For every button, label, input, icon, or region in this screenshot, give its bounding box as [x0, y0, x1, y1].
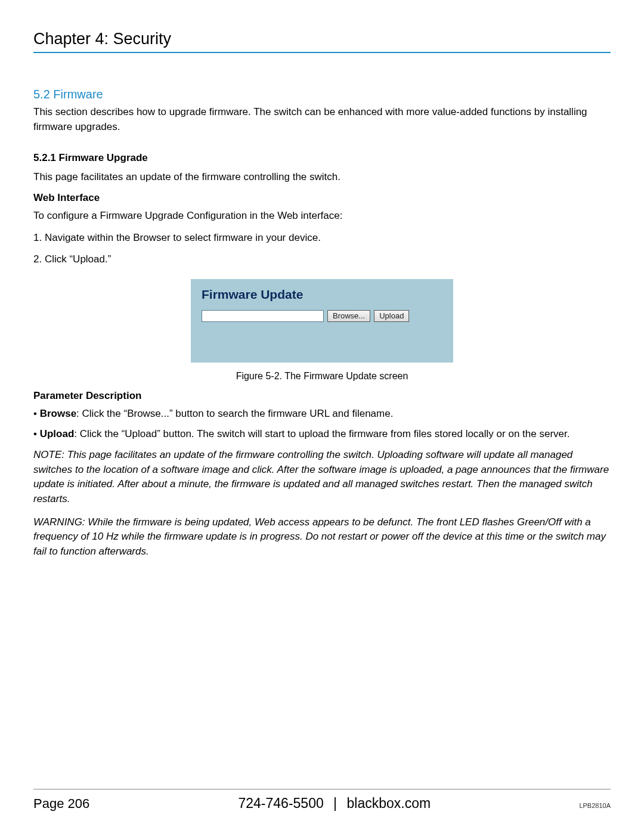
param-upload-label: Upload [40, 428, 75, 439]
web-interface-heading: Web Interface [33, 192, 611, 204]
figure-wrap: Firmware Update Browse... Upload [191, 279, 453, 363]
footer-page-number: Page 206 [33, 796, 89, 812]
param-browse-text: : Click the “Browse...” button to search… [76, 408, 393, 419]
bullet-dot: • [33, 408, 40, 419]
section-heading: 5.2 Firmware [33, 88, 611, 101]
warning-text: WARNING: While the firmware is being upd… [33, 515, 611, 559]
subsection-desc: This page facilitates an update of the f… [33, 170, 611, 185]
chapter-title: Chapter 4: Security [33, 30, 611, 53]
footer-model: LPB2810A [579, 802, 611, 809]
web-interface-intro: To configure a Firmware Upgrade Configur… [33, 209, 611, 224]
footer-center: 724-746-5500 | blackbox.com [89, 795, 579, 812]
firmware-file-input[interactable] [202, 310, 324, 322]
step-2: 2. Click “Upload.” [33, 252, 611, 267]
firmware-update-title: Firmware Update [202, 287, 442, 302]
figure-caption: Figure 5-2. The Firmware Update screen [33, 371, 611, 382]
step-1: 1. Navigate within the Browser to select… [33, 231, 611, 246]
param-upload-text: : Click the “Upload” button. The switch … [74, 428, 569, 439]
note-text: NOTE: This page facilitates an update of… [33, 448, 611, 507]
subsection-heading: 5.2.1 Firmware Upgrade [33, 152, 611, 164]
upload-button[interactable]: Upload [374, 310, 409, 322]
param-desc-heading: Parameter Description [33, 390, 611, 402]
footer-separator: | [333, 795, 337, 811]
browse-button[interactable]: Browse... [327, 310, 370, 322]
firmware-update-panel: Firmware Update Browse... Upload [191, 279, 453, 363]
param-upload-line: • Upload: Click the “Upload” button. The… [33, 427, 611, 442]
footer-phone: 724-746-5500 [238, 795, 323, 811]
document-page: Chapter 4: Security 5.2 Firmware This se… [0, 0, 644, 833]
firmware-update-row: Browse... Upload [202, 310, 442, 322]
page-footer: Page 206 724-746-5500 | blackbox.com LPB… [33, 789, 611, 812]
section-intro: This section describes how to upgrade fi… [33, 105, 611, 134]
param-browse-line: • Browse: Click the “Browse...” button t… [33, 407, 611, 422]
footer-site: blackbox.com [346, 795, 431, 811]
bullet-dot: • [33, 428, 40, 439]
param-browse-label: Browse [40, 408, 76, 419]
